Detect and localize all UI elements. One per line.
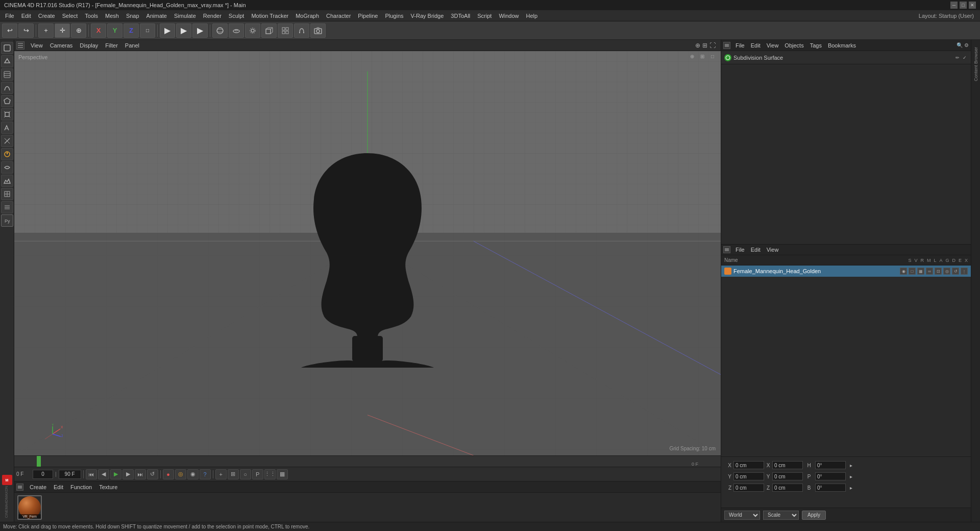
scale-mode-dropdown[interactable]: Scale Size — [763, 511, 799, 520]
coord-y-size[interactable] — [772, 472, 803, 480]
z-axis-button[interactable]: Z — [124, 23, 139, 38]
mat-menu-function[interactable]: Function — [67, 483, 95, 491]
mat-menu-texture[interactable]: Texture — [96, 483, 120, 491]
viewport-menu-icon[interactable] — [16, 41, 24, 50]
gear-btn[interactable] — [245, 23, 260, 38]
motion-record-button[interactable]: ○ — [240, 469, 251, 479]
motion-keymap-button[interactable]: ▦ — [277, 469, 288, 479]
obj-icon-7[interactable]: ↺ — [952, 268, 959, 275]
menu-animate[interactable]: Animate — [143, 12, 170, 20]
menu-simulate[interactable]: Simulate — [171, 12, 199, 20]
cube-btn[interactable] — [261, 23, 277, 38]
maximize-button[interactable]: □ — [960, 2, 967, 9]
vp-ctrl-expand[interactable]: ⊕ — [688, 52, 696, 60]
tool-layers[interactable] — [1, 201, 13, 213]
menu-mograph[interactable]: MoGraph — [292, 12, 322, 20]
minimize-button[interactable]: ─ — [950, 2, 958, 9]
prev-frame-button[interactable]: ◀ — [98, 469, 109, 479]
om-search-icon[interactable]: 🔍 — [957, 42, 963, 48]
coord-z-pos[interactable] — [733, 484, 764, 492]
tool-knife[interactable] — [1, 135, 13, 147]
playhead[interactable] — [37, 456, 41, 467]
vp-menu-filter[interactable]: Filter — [102, 41, 120, 50]
go-to-start-button[interactable]: ⏮ — [86, 469, 97, 479]
menu-edit[interactable]: Edit — [18, 12, 34, 20]
render-view-button[interactable]: ▶ — [176, 23, 191, 38]
obj-icon-5[interactable]: ⊡ — [935, 268, 942, 275]
menu-select[interactable]: Select — [59, 12, 81, 20]
world-coord-button[interactable]: □ — [140, 23, 155, 38]
viewport[interactable]: Perspective ⊕ ⊞ □ X Y Z — [14, 51, 721, 455]
vp-menu-view[interactable]: View — [28, 41, 46, 50]
menu-create[interactable]: Create — [35, 12, 58, 20]
tool-axis[interactable] — [1, 188, 13, 200]
viewport-fullscreen-btn[interactable]: ⛶ — [709, 42, 716, 49]
coord-p-val[interactable] — [815, 472, 846, 480]
menu-3dtoall[interactable]: 3DToAll — [448, 12, 473, 20]
render-region-button[interactable]: ▶ — [160, 23, 175, 38]
om2-menu-view[interactable]: View — [764, 246, 782, 254]
coord-y-pos[interactable] — [733, 472, 764, 480]
obj-icon-3[interactable]: ▦ — [917, 268, 924, 275]
om2-menu-file[interactable]: File — [732, 246, 748, 254]
sub-check-icon[interactable]: ✓ — [962, 55, 968, 60]
menu-file[interactable]: File — [2, 12, 17, 20]
menu-tools[interactable]: Tools — [82, 12, 101, 20]
y-axis-button[interactable]: Y — [107, 23, 122, 38]
undo-button[interactable]: ↩ — [2, 23, 17, 38]
vp-menu-cameras[interactable]: Cameras — [47, 41, 76, 50]
new-object-button[interactable]: + — [38, 23, 54, 38]
obj-icon-8[interactable]: ⋮ — [961, 268, 968, 275]
om-menu-icon[interactable] — [723, 42, 730, 49]
help-button[interactable]: ? — [200, 469, 211, 479]
render-button[interactable]: ▶ — [192, 23, 208, 38]
tool-deform[interactable] — [1, 161, 13, 174]
vp-ctrl-grid[interactable]: ⊞ — [698, 52, 706, 60]
om-menu-objects[interactable]: Objects — [781, 41, 806, 50]
menu-render[interactable]: Render — [200, 12, 225, 20]
tool-terrain[interactable] — [1, 175, 13, 187]
mat-menu-create[interactable]: Create — [27, 483, 50, 491]
obj-icon-1[interactable]: ◉ — [900, 268, 907, 275]
auto-keyframe-button[interactable]: ◎ — [175, 469, 186, 479]
motion-char-button[interactable]: P — [252, 469, 263, 479]
om-gear-icon[interactable]: ⚙ — [964, 42, 969, 48]
motion-extra-button[interactable]: ⋮⋮ — [264, 469, 276, 479]
sub-edit-icon[interactable]: ✏ — [954, 55, 961, 60]
menu-mesh[interactable]: Mesh — [102, 12, 122, 20]
menu-sculpt[interactable]: Sculpt — [226, 12, 248, 20]
vp-menu-display[interactable]: Display — [77, 41, 101, 50]
next-frame-button[interactable]: ▶ — [122, 469, 134, 479]
menu-vray-bridge[interactable]: V-Ray Bridge — [408, 12, 447, 20]
om2-menu-edit[interactable]: Edit — [748, 246, 764, 254]
coord-z-size[interactable] — [772, 484, 803, 492]
material-item-vr-fem[interactable]: VR_Fem — [17, 495, 42, 520]
coord-h-val[interactable] — [815, 461, 846, 469]
torus-btn[interactable] — [229, 23, 244, 38]
object-row-mannequin[interactable]: Female_Mannequin_Head_Golden ◉ □ ▦ ═ ⊡ ◎… — [721, 266, 971, 277]
tool-python[interactable]: Py — [1, 214, 13, 227]
menu-script[interactable]: Script — [474, 12, 495, 20]
coord-mode-dropdown[interactable]: World Local Screen — [724, 511, 760, 520]
menu-help[interactable]: Help — [523, 12, 541, 20]
tool-paint[interactable] — [1, 122, 13, 134]
tool-select[interactable] — [1, 42, 13, 54]
end-frame-input[interactable] — [59, 470, 81, 479]
om-menu-tags[interactable]: Tags — [807, 41, 825, 50]
coord-x-pos[interactable] — [733, 461, 764, 469]
coord-x-extra[interactable]: ▸ — [848, 463, 852, 468]
tool-object-mode[interactable] — [1, 55, 13, 67]
redo-button[interactable]: ↪ — [18, 23, 34, 38]
mat-menu-icon[interactable] — [16, 484, 23, 491]
tool-texture[interactable] — [1, 68, 13, 81]
vp-ctrl-maximize[interactable]: □ — [708, 52, 717, 60]
om-menu-bookmarks[interactable]: Bookmarks — [825, 41, 859, 50]
om-menu-file[interactable]: File — [732, 41, 748, 50]
move-tool-button[interactable]: ✛ — [55, 23, 70, 38]
tool-model[interactable] — [1, 108, 13, 120]
tool-magnet[interactable] — [1, 148, 13, 160]
mat-menu-edit[interactable]: Edit — [51, 483, 66, 491]
magnet-btn[interactable] — [294, 23, 309, 38]
viewport-expand-btn[interactable]: ⊕ — [695, 42, 700, 49]
scale-tool-button[interactable]: ⊕ — [71, 23, 86, 38]
